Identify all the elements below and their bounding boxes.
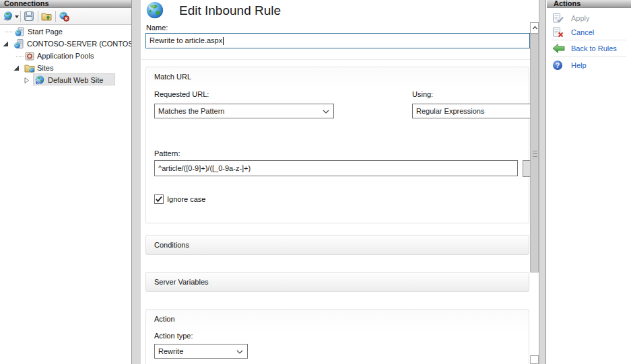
- scrollbar-down-button[interactable]: [530, 355, 539, 364]
- using-label: Using:: [412, 90, 433, 98]
- using-combo[interactable]: Regular Expressions: [412, 104, 530, 118]
- connections-toolbar: [0, 8, 131, 25]
- tree-item-start-page[interactable]: Start Page: [0, 26, 131, 38]
- help-action[interactable]: ? Help: [552, 60, 626, 71]
- cancel-action[interactable]: Cancel: [552, 27, 626, 38]
- toolbar-separator: [20, 11, 21, 22]
- requested-url-value: Matches the Pattern: [158, 107, 224, 115]
- collapsed-triangle-icon[interactable]: [24, 77, 30, 83]
- back-to-rules-label: Back to Rules: [571, 43, 617, 54]
- pattern-input[interactable]: ^article/([0-9]+)/([_0-9a-z-]+): [154, 160, 518, 176]
- connections-panel: Connections: [0, 0, 132, 364]
- scrollbar-up-button[interactable]: [530, 22, 539, 34]
- using-value: Regular Expressions: [416, 107, 485, 115]
- server-variables-section[interactable]: Server Variables: [145, 272, 529, 292]
- actions-separator: [551, 40, 626, 40]
- pattern-value: ^article/([0-9]+)/([_0-9a-z-]+): [158, 164, 251, 172]
- sites-folder-icon: [24, 63, 35, 73]
- apply-document-icon: [552, 13, 564, 24]
- start-page-icon: [14, 26, 25, 37]
- tree-item-application-pools[interactable]: Application Pools: [0, 50, 131, 62]
- action-section-title[interactable]: Action: [154, 315, 175, 323]
- disconnect-globe-x-icon[interactable]: [59, 11, 69, 22]
- conditions-section-title: Conditions: [154, 241, 189, 249]
- pattern-label: Pattern:: [154, 149, 180, 157]
- application-pools-icon: [24, 50, 35, 61]
- expanded-triangle-icon[interactable]: [3, 41, 9, 47]
- action-section: Action Action type: Rewrite: [145, 309, 529, 364]
- text-caret: [223, 37, 224, 45]
- rule-globe-icon: [145, 1, 165, 21]
- chevron-up-icon: [531, 23, 539, 33]
- tree-item-sites[interactable]: Sites: [0, 62, 131, 74]
- actions-panel: Actions Apply Cancel Back to Rules: [547, 0, 631, 364]
- help-circle-icon: ?: [552, 60, 564, 71]
- help-label: Help: [571, 60, 587, 71]
- requested-url-combo[interactable]: Matches the Pattern: [154, 104, 334, 118]
- tree-item-label: Application Pools: [37, 50, 94, 62]
- conditions-section[interactable]: Conditions: [145, 235, 529, 255]
- checkmark-icon: [155, 195, 163, 203]
- left-splitter[interactable]: [132, 0, 141, 364]
- tree-item-label: Default Web Site: [48, 74, 103, 86]
- match-url-section-title[interactable]: Match URL: [154, 73, 191, 81]
- vertical-scrollbar[interactable]: [530, 0, 539, 364]
- action-type-label: Action type:: [154, 332, 193, 340]
- scrollbar-grip: [533, 151, 537, 151]
- toolbar-separator: [38, 11, 38, 22]
- chevron-down-icon: [236, 350, 243, 354]
- iis-manager-window: Connections: [0, 0, 631, 364]
- scrollbar-grip: [533, 153, 537, 154]
- test-pattern-button-partial[interactable]: [523, 160, 530, 177]
- scrollbar-grip: [533, 156, 537, 157]
- server-icon: [13, 38, 24, 49]
- back-to-rules-action[interactable]: Back to Rules: [552, 43, 626, 54]
- tree-item-label: CONTOSO-SERVER (CONTOS: [27, 38, 133, 50]
- page-title: Edit Inbound Rule: [179, 3, 281, 18]
- back-arrow-icon: [552, 43, 565, 54]
- rule-name-value: Rewrite to article.aspx: [150, 36, 222, 44]
- right-splitter[interactable]: [539, 0, 545, 364]
- tree-item-server[interactable]: CONTOSO-SERVER (CONTOS: [0, 38, 131, 50]
- ignore-case-label: Ignore case: [167, 195, 205, 203]
- rule-name-input[interactable]: Rewrite to article.aspx: [145, 33, 530, 48]
- svg-text:?: ?: [556, 62, 560, 69]
- save-icon[interactable]: [24, 11, 34, 22]
- panel-divider: [545, 0, 546, 364]
- cancel-document-icon: [552, 27, 564, 38]
- expanded-triangle-icon[interactable]: [13, 65, 20, 71]
- chevron-down-icon: [323, 110, 329, 114]
- name-label: Name:: [146, 24, 168, 32]
- edit-inbound-rule-pane: Edit Inbound Rule Name: Rewrite to artic…: [141, 0, 530, 364]
- action-type-combo[interactable]: Rewrite: [154, 344, 248, 359]
- tree-item-label: Start Page: [28, 26, 63, 38]
- actions-separator: [551, 57, 626, 57]
- tree-item-default-web-site[interactable]: ? Default Web Site: [0, 74, 131, 86]
- ignore-case-checkbox[interactable]: [154, 194, 164, 204]
- apply-label: Apply: [571, 13, 590, 24]
- action-type-value: Rewrite: [158, 347, 183, 355]
- toolbar-separator: [55, 11, 56, 22]
- browse-folder-up-icon[interactable]: [41, 11, 52, 22]
- server-variables-section-title: Server Variables: [154, 278, 209, 286]
- requested-url-label: Requested URL:: [154, 90, 209, 98]
- connections-panel-title: Connections: [0, 0, 132, 8]
- cancel-label: Cancel: [571, 27, 594, 38]
- scrollbar-thumb[interactable]: [530, 34, 539, 272]
- section-divider: [141, 59, 530, 60]
- actions-panel-title: Actions: [547, 0, 631, 8]
- website-globe-icon: ?: [34, 75, 45, 85]
- match-url-section: Match URL Requested URL: Matches the Pat…: [145, 67, 529, 223]
- tree-item-label: Sites: [37, 62, 53, 74]
- connect-globe-icon[interactable]: [3, 11, 13, 22]
- apply-action: Apply: [552, 13, 626, 24]
- connect-dropdown-caret[interactable]: [15, 15, 19, 18]
